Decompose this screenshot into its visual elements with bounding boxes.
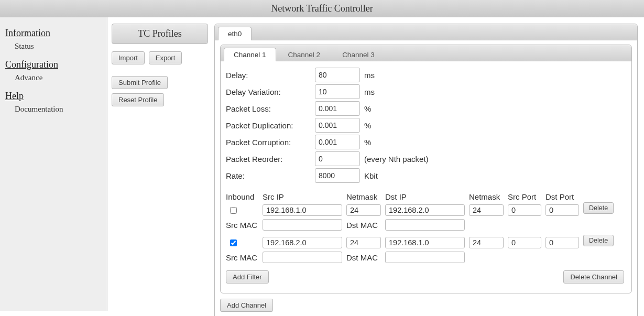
delete-filter-button[interactable]: Delete <box>583 202 614 214</box>
dst-mac-input[interactable] <box>385 219 465 231</box>
filter-header-row: Inbound Src IP Netmask Dst IP Netmask Sr… <box>226 192 626 201</box>
dst-port-input[interactable] <box>545 204 579 216</box>
inbound-checkbox[interactable] <box>230 239 237 246</box>
param-label: Rate: <box>226 171 315 180</box>
param-input[interactable] <box>315 118 360 133</box>
filter-header-dst-ip: Dst IP <box>385 192 469 201</box>
dst-mac-label: Dst MAC <box>346 221 385 230</box>
filter-header-inbound: Inbound <box>226 192 263 201</box>
filter-row-mac: Src MACDst MAC <box>226 252 626 263</box>
param-unit: % <box>364 104 371 113</box>
param-input[interactable] <box>315 84 360 99</box>
sidebar-item-status[interactable]: Status <box>15 42 102 51</box>
filter-row-mac: Src MACDst MAC <box>226 219 626 231</box>
param-input[interactable] <box>315 168 360 183</box>
param-row: Rate:Kbit <box>226 168 626 183</box>
tc-profiles-header: TC Profiles <box>112 24 208 44</box>
dst-port-input[interactable] <box>545 237 579 248</box>
src-mac-label: Src MAC <box>226 221 263 230</box>
param-row: Delay Variation:ms <box>226 84 626 99</box>
param-label: Packet Duplication: <box>226 121 315 130</box>
filter-header-src-ip: Src IP <box>263 192 346 201</box>
channel-tabs: Channel 1 Channel 2 Channel 3 Delay:msDe… <box>220 45 632 293</box>
dst-ip-input[interactable] <box>385 237 465 248</box>
param-label: Packet Corruption: <box>226 138 315 147</box>
netmask2-input[interactable] <box>469 237 504 248</box>
param-unit: ms <box>364 88 375 96</box>
src-ip-input[interactable] <box>263 204 342 216</box>
filter-header-netmask2: Netmask <box>469 192 508 201</box>
sidebar-section-configuration[interactable]: Configuration <box>5 59 102 70</box>
param-row: Packet Loss:% <box>226 101 626 116</box>
param-row: Packet Duplication:% <box>226 118 626 133</box>
main-area: eth0 Channel 1 Channel 2 Channel 3 Delay… <box>212 17 644 316</box>
reset-profile-button[interactable]: Reset Profile <box>112 93 164 106</box>
param-input[interactable] <box>315 135 360 149</box>
dst-ip-input[interactable] <box>385 204 465 216</box>
param-label: Packet Reorder: <box>226 155 315 164</box>
filter-row: Delete <box>226 235 626 250</box>
sidebar-item-advance[interactable]: Advance <box>15 73 102 82</box>
dst-mac-label: Dst MAC <box>346 253 385 262</box>
filter-area: Inbound Src IP Netmask Dst IP Netmask Sr… <box>226 192 626 288</box>
param-unit: (every Nth packet) <box>364 155 429 164</box>
add-filter-button[interactable]: Add Filter <box>226 270 269 284</box>
tab-channel-2[interactable]: Channel 2 <box>278 48 331 61</box>
src-port-input[interactable] <box>508 237 541 248</box>
filter-header-src-port: Src Port <box>508 192 545 201</box>
param-label: Packet Loss: <box>226 104 315 113</box>
interface-tab-header: eth0 <box>215 24 637 40</box>
src-mac-label: Src MAC <box>226 253 263 262</box>
netmask-input[interactable] <box>346 237 381 248</box>
param-unit: % <box>364 138 371 147</box>
channel-tab-header: Channel 1 Channel 2 Channel 3 <box>221 45 631 61</box>
param-unit: ms <box>364 71 375 80</box>
app-title: Network Traffic Controller <box>0 0 644 17</box>
src-ip-input[interactable] <box>263 237 342 248</box>
param-row: Packet Reorder:(every Nth packet) <box>226 151 626 166</box>
filter-header-dst-port: Dst Port <box>545 192 583 201</box>
src-mac-input[interactable] <box>263 219 342 231</box>
tab-eth0[interactable]: eth0 <box>218 27 252 40</box>
tab-channel-1[interactable]: Channel 1 <box>224 48 276 61</box>
sidebar-section-information[interactable]: Information <box>5 28 102 39</box>
src-mac-input[interactable] <box>263 252 342 263</box>
inbound-checkbox[interactable] <box>230 207 237 214</box>
filter-row: Delete <box>226 202 626 218</box>
src-port-input[interactable] <box>508 204 541 216</box>
param-row: Packet Corruption:% <box>226 135 626 149</box>
submit-profile-button[interactable]: Submit Profile <box>112 76 168 89</box>
dst-mac-input[interactable] <box>385 252 465 263</box>
import-button[interactable]: Import <box>112 51 145 64</box>
param-unit: % <box>364 121 371 130</box>
delete-filter-button[interactable]: Delete <box>583 235 614 246</box>
sidebar: Information Status Configuration Advance… <box>0 17 107 311</box>
param-input[interactable] <box>315 151 360 166</box>
profiles-column: TC Profiles Import Export Submit Profile… <box>107 17 212 115</box>
param-input[interactable] <box>315 68 360 82</box>
param-input[interactable] <box>315 101 360 116</box>
param-label: Delay Variation: <box>226 88 315 96</box>
param-row: Delay:ms <box>226 68 626 82</box>
sidebar-section-help[interactable]: Help <box>5 91 102 102</box>
sidebar-item-documentation[interactable]: Documentation <box>15 105 102 114</box>
interface-tabs: eth0 Channel 1 Channel 2 Channel 3 Delay… <box>214 24 638 316</box>
param-unit: Kbit <box>364 171 378 180</box>
param-label: Delay: <box>226 71 315 80</box>
netmask-input[interactable] <box>346 204 381 216</box>
netmask2-input[interactable] <box>469 204 504 216</box>
add-channel-button[interactable]: Add Channel <box>220 299 273 312</box>
delete-channel-button[interactable]: Delete Channel <box>563 270 624 284</box>
tab-channel-3[interactable]: Channel 3 <box>332 48 385 61</box>
filter-header-netmask: Netmask <box>346 192 385 201</box>
export-button[interactable]: Export <box>149 51 182 64</box>
